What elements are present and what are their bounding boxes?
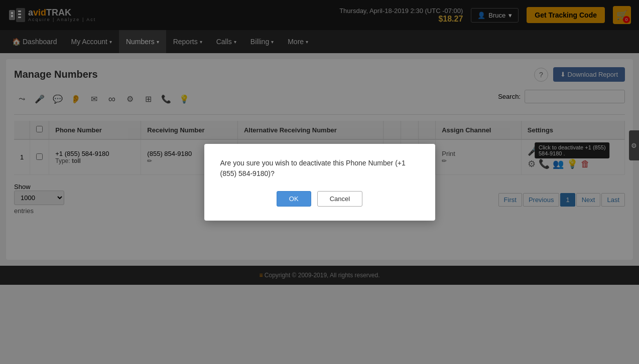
modal-cancel-button[interactable]: Cancel	[317, 191, 362, 207]
modal-ok-button[interactable]: OK	[277, 191, 311, 207]
modal-overlay: Are you sure you wish to deactivate this…	[0, 0, 639, 285]
modal-buttons: OK Cancel	[220, 191, 419, 207]
modal-box: Are you sure you wish to deactivate this…	[204, 144, 435, 221]
modal-message: Are you sure you wish to deactivate this…	[220, 158, 419, 179]
